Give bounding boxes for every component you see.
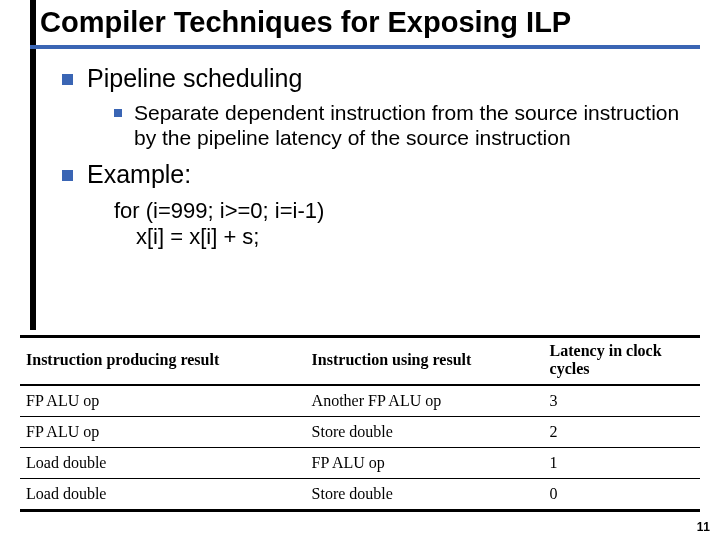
- cell-using: FP ALU op: [306, 448, 544, 479]
- bullet-level1: Example:: [62, 160, 700, 189]
- cell-using: Store double: [306, 417, 544, 448]
- bullet-level1: Pipeline scheduling: [62, 64, 700, 93]
- slide: Compiler Techniques for Exposing ILP Pip…: [0, 0, 720, 540]
- slide-body: Pipeline scheduling Separate dependent i…: [40, 58, 700, 251]
- slide-title: Compiler Techniques for Exposing ILP: [40, 6, 571, 39]
- col-header-latency: Latency in clock cycles: [544, 337, 700, 386]
- cell-producing: Load double: [20, 479, 306, 511]
- bullet-level2: Separate dependent instruction from the …: [114, 101, 700, 150]
- col-header-producing: Instruction producing result: [20, 337, 306, 386]
- bullet-text: Example:: [87, 160, 191, 189]
- cell-producing: FP ALU op: [20, 417, 306, 448]
- cell-using: Store double: [306, 479, 544, 511]
- code-block: for (i=999; i>=0; i=i-1) x[i] = x[i] + s…: [114, 198, 700, 252]
- square-bullet-icon: [114, 109, 122, 117]
- cell-latency: 1: [544, 448, 700, 479]
- code-line: for (i=999; i>=0; i=i-1): [114, 198, 700, 225]
- cell-producing: FP ALU op: [20, 385, 306, 417]
- title-underline: [30, 45, 700, 49]
- square-bullet-icon: [62, 74, 73, 85]
- cell-producing: Load double: [20, 448, 306, 479]
- bullet-text: Separate dependent instruction from the …: [134, 101, 700, 150]
- code-line: x[i] = x[i] + s;: [114, 224, 700, 251]
- table-row: FP ALU op Another FP ALU op 3: [20, 385, 700, 417]
- cell-using: Another FP ALU op: [306, 385, 544, 417]
- bullet-text: Pipeline scheduling: [87, 64, 302, 93]
- table-row: FP ALU op Store double 2: [20, 417, 700, 448]
- col-header-using: Instruction using result: [306, 337, 544, 386]
- table-row: Load double FP ALU op 1: [20, 448, 700, 479]
- latency-table: Instruction producing result Instruction…: [20, 335, 700, 512]
- cell-latency: 0: [544, 479, 700, 511]
- square-bullet-icon: [62, 170, 73, 181]
- cell-latency: 2: [544, 417, 700, 448]
- cell-latency: 3: [544, 385, 700, 417]
- table-row: Load double Store double 0: [20, 479, 700, 511]
- page-number: 11: [697, 520, 710, 534]
- table-header-row: Instruction producing result Instruction…: [20, 337, 700, 386]
